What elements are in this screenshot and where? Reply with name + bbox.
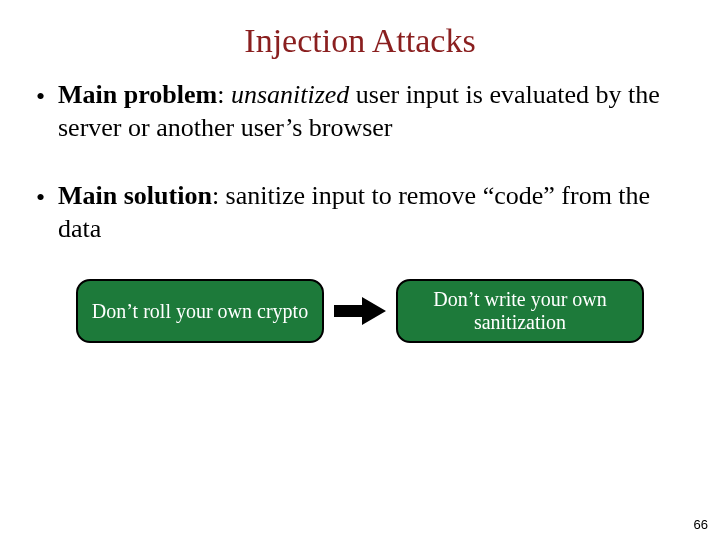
bullet-text: Main solution: sanitize input to remove … bbox=[58, 179, 684, 246]
slide: Injection Attacks • Main problem: unsani… bbox=[0, 0, 720, 540]
bullet-text: Main problem: unsanitized user input is … bbox=[58, 78, 684, 145]
bullet-dot-icon: • bbox=[36, 179, 58, 246]
bullet-sep: : bbox=[217, 80, 231, 109]
bullet-label: Main problem bbox=[58, 80, 217, 109]
pill-row: Don’t roll your own crypto Don’t write y… bbox=[36, 279, 684, 343]
pill-right: Don’t write your own sanitization bbox=[396, 279, 644, 343]
svg-marker-0 bbox=[334, 297, 386, 325]
bullet-label: Main solution bbox=[58, 181, 212, 210]
bullet-item: • Main problem: unsanitized user input i… bbox=[36, 78, 684, 145]
bullet-item: • Main solution: sanitize input to remov… bbox=[36, 179, 684, 246]
slide-title: Injection Attacks bbox=[0, 0, 720, 60]
bullet-emphasis: unsanitized bbox=[231, 80, 349, 109]
page-number: 66 bbox=[694, 517, 708, 532]
bullet-dot-icon: • bbox=[36, 78, 58, 145]
pill-left: Don’t roll your own crypto bbox=[76, 279, 324, 343]
arrow-right-icon bbox=[332, 296, 388, 326]
slide-body: • Main problem: unsanitized user input i… bbox=[0, 60, 720, 343]
bullet-sep: : bbox=[212, 181, 226, 210]
